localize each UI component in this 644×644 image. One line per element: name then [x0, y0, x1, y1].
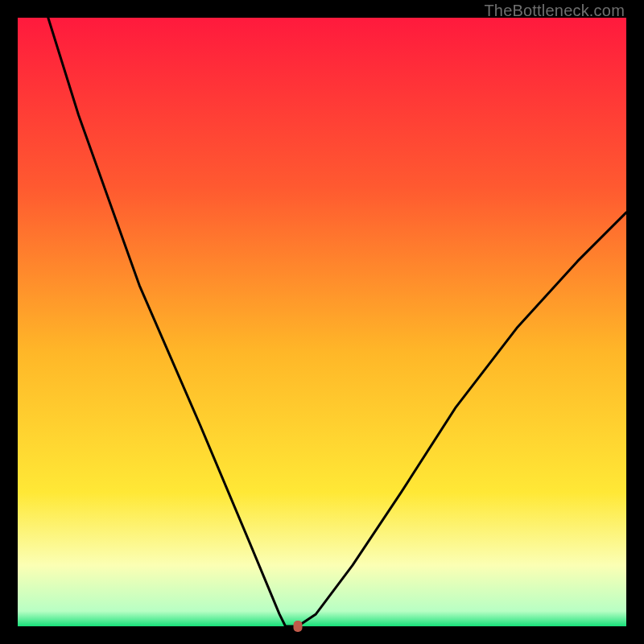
chart-frame: TheBottleneck.com — [0, 0, 644, 644]
plot-area — [18, 18, 626, 626]
curve-svg — [18, 18, 626, 626]
bottleneck-curve — [48, 18, 626, 626]
optimum-marker — [293, 621, 302, 632]
